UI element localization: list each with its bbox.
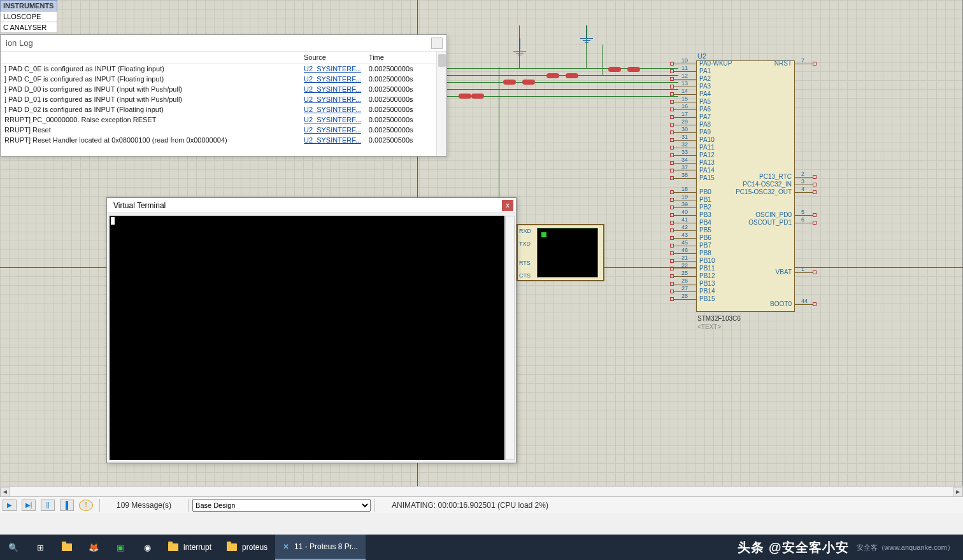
pin-wire (795, 64, 813, 64)
pin-terminal[interactable] (670, 290, 674, 293)
log-row[interactable]: RRUPT] Reset Handler located at 0x080001… (1, 135, 446, 145)
pin-terminal[interactable] (670, 274, 674, 278)
firefox-icon[interactable]: 🦊 (80, 535, 107, 560)
close-button[interactable]: x (502, 200, 513, 211)
pin-terminal[interactable] (670, 221, 674, 225)
pause-button[interactable]: || (41, 500, 55, 511)
log-row[interactable]: ] PAD C_0E is configured as INPUT (Float… (1, 64, 446, 74)
pin-terminal[interactable] (670, 228, 674, 232)
pin-terminal[interactable] (813, 221, 817, 225)
taskbar-item-proteus[interactable]: proteus (219, 535, 275, 560)
chrome-icon[interactable]: ◉ (134, 535, 160, 560)
wire (446, 75, 678, 76)
log-row[interactable]: ] PAD C_0F is configured as INPUT (Float… (1, 74, 446, 84)
instrument-item[interactable]: LLOSCOPE (0, 11, 57, 22)
col-time: Time (365, 52, 446, 64)
pin-terminal[interactable] (813, 302, 817, 306)
pin-number: 1 (801, 266, 804, 272)
log-row[interactable]: RRUPT] ResetU2_SYSINTERF...0.002500000s (1, 125, 446, 135)
stop-button[interactable] (60, 500, 74, 511)
switch[interactable] (546, 73, 559, 78)
pin-terminal[interactable] (670, 123, 674, 127)
watermark-brand: 头条 @安全客小安 (730, 539, 856, 556)
taskbar-item-proteus-app[interactable]: ✕11 - Proteus 8 Pr... (275, 535, 366, 560)
pin-number: 42 (681, 224, 688, 230)
log-row[interactable]: RRUPT] PC_00000000. Raise exception RESE… (1, 115, 446, 125)
pin-terminal[interactable] (813, 270, 817, 274)
file-explorer-icon[interactable] (54, 535, 80, 560)
design-select[interactable]: Base Design (192, 499, 371, 512)
pin-terminal[interactable] (670, 267, 674, 270)
scroll-right-button[interactable]: ► (953, 487, 963, 497)
switch[interactable] (471, 94, 484, 99)
switch[interactable] (522, 80, 535, 85)
pin-terminal[interactable] (670, 259, 674, 263)
pin-terminal[interactable] (670, 282, 674, 286)
scroll-left-button[interactable]: ◄ (0, 487, 10, 497)
pin-terminal[interactable] (670, 62, 674, 66)
pin-terminal[interactable] (670, 146, 674, 150)
pin-terminal[interactable] (670, 251, 674, 255)
instrument-item[interactable]: C ANALYSER (0, 22, 57, 33)
pin-terminal[interactable] (670, 176, 674, 180)
app-icon[interactable]: ▣ (107, 535, 134, 560)
warning-indicator[interactable]: ! (79, 500, 93, 511)
pin-number: 19 (681, 193, 688, 200)
pin-terminal[interactable] (670, 161, 674, 165)
pin-terminal[interactable] (670, 130, 674, 134)
vterm-scrollbar[interactable] (505, 216, 515, 460)
pin-terminal[interactable] (670, 85, 674, 88)
pin-terminal[interactable] (670, 198, 674, 202)
pin-terminal[interactable] (670, 108, 674, 111)
virtual-terminal-window[interactable]: Virtual Terminal x (106, 197, 517, 463)
pin-terminal[interactable] (670, 244, 674, 248)
log-menu-button[interactable] (431, 38, 443, 49)
log-row[interactable]: ] PAD D_00 is configured as INPUT (Input… (1, 84, 446, 94)
pin-terminal[interactable] (670, 77, 674, 81)
switch[interactable] (503, 80, 516, 85)
switch[interactable] (608, 67, 621, 72)
pin-terminal[interactable] (813, 175, 817, 179)
pin-terminal[interactable] (670, 190, 674, 194)
pin-wire (795, 272, 813, 273)
log-scrollbar[interactable] (436, 52, 446, 156)
pin-terminal[interactable] (670, 213, 674, 217)
switch[interactable] (566, 73, 578, 78)
pin-label: PB2 (699, 204, 711, 211)
pin-terminal[interactable] (670, 138, 674, 142)
pin-number: 46 (681, 247, 688, 253)
taskbar-item-interrupt[interactable]: interrupt (160, 535, 219, 560)
pin-terminal[interactable] (670, 92, 674, 96)
task-view-icon[interactable]: ⊞ (27, 535, 54, 560)
pin-terminal[interactable] (670, 115, 674, 119)
pin-label: PA13 (699, 159, 715, 166)
switch[interactable] (627, 67, 640, 72)
simulation-log-window[interactable]: ion Log Source Time ] PAD C_0E is config… (0, 34, 447, 157)
pin-terminal[interactable] (813, 190, 817, 194)
canvas-hscrollbar[interactable]: ◄ ► (0, 486, 963, 496)
pin-terminal[interactable] (670, 236, 674, 240)
pin-wire (674, 64, 696, 64)
pin-terminal[interactable] (813, 213, 817, 217)
pin-label: PB1 (699, 196, 711, 203)
pin-wire (674, 299, 696, 300)
pin-label: OSCOUT_PD1 (748, 219, 792, 226)
vterm-screen[interactable] (110, 216, 504, 460)
pin-label: PA14 (699, 167, 715, 174)
pin-terminal[interactable] (670, 297, 674, 301)
pin-terminal[interactable] (670, 69, 674, 73)
pin-terminal[interactable] (670, 169, 674, 172)
pin-terminal[interactable] (813, 62, 817, 66)
pin-terminal[interactable] (670, 100, 674, 104)
switch[interactable] (459, 94, 471, 99)
pin-terminal[interactable] (670, 153, 674, 157)
log-row[interactable]: ] PAD D_01 is configured as INPUT (Input… (1, 94, 446, 104)
pin-label: BOOT0 (770, 300, 792, 307)
pin-wire (674, 261, 696, 262)
pin-terminal[interactable] (813, 183, 817, 186)
step-button[interactable]: ▶| (22, 500, 36, 511)
pin-terminal[interactable] (670, 206, 674, 209)
play-button[interactable]: ▶ (3, 500, 17, 511)
log-row[interactable]: ] PAD D_02 is configured as INPUT (Float… (1, 104, 446, 115)
search-icon[interactable]: 🔍 (0, 535, 27, 560)
